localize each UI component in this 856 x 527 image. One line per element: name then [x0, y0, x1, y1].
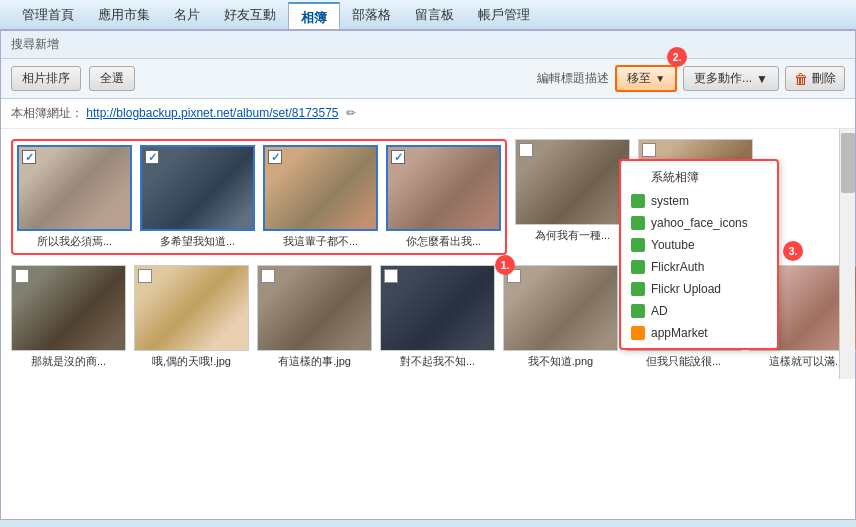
photo-label: 多希望我知道...	[160, 234, 235, 249]
nav-account[interactable]: 帳戶管理	[466, 0, 542, 29]
dropdown-item-label: AD	[651, 304, 668, 318]
folder-icon	[631, 216, 645, 230]
photo-item[interactable]: 對不起我不知...	[380, 265, 495, 369]
dropdown-item-yahoo-face[interactable]: yahoo_face_icons	[621, 212, 777, 234]
photo-thumb[interactable]	[11, 265, 126, 351]
sort-button[interactable]: 相片排序	[11, 66, 81, 91]
scrollbar[interactable]	[839, 129, 855, 379]
annotation-1: 1.	[495, 255, 515, 275]
folder-icon	[631, 282, 645, 296]
more-actions-button[interactable]: 更多動作... ▼	[683, 66, 779, 91]
photo-thumb[interactable]	[386, 145, 501, 231]
photo-label: 但我只能說很...	[646, 354, 721, 369]
moveto-button[interactable]: 移至 ▼	[615, 65, 677, 92]
nav-card[interactable]: 名片	[162, 0, 212, 29]
photo-item[interactable]: 我這輩子都不...	[263, 145, 378, 249]
breadcrumb: 搜尋新增	[1, 31, 855, 59]
photo-thumb[interactable]	[503, 265, 618, 351]
dropdown-item-label: Flickr Upload	[651, 282, 721, 296]
nav-friends[interactable]: 好友互動	[212, 0, 288, 29]
dropdown-menu: 3. 系統相簿 system yahoo_face_icons	[619, 159, 779, 350]
folder-icon	[631, 260, 645, 274]
nav-market[interactable]: 應用市集	[86, 0, 162, 29]
checkbox[interactable]	[519, 143, 533, 157]
top-nav: 管理首頁 應用市集 名片 好友互動 相簿 部落格 留言板 帳戶管理	[0, 0, 856, 30]
main-content: 1. 所以我必須焉...	[1, 129, 855, 379]
dropdown-item-appmarket[interactable]: appMarket	[621, 322, 777, 344]
photo-item[interactable]: 你怎麼看出我...	[386, 145, 501, 249]
checkbox[interactable]	[268, 150, 282, 164]
folder-icon	[631, 304, 645, 318]
dropdown-item-system[interactable]: system	[621, 190, 777, 212]
toolbar-right: 編輯標題描述 移至 ▼ 2. 更多動作... ▼ 🗑 刪除	[537, 65, 845, 92]
moveto-label: 移至	[627, 70, 651, 87]
dropdown-item-youtube[interactable]: Youtube	[621, 234, 777, 256]
nav-blog[interactable]: 部落格	[340, 0, 403, 29]
dropdown-item-label: appMarket	[651, 326, 708, 340]
photo-label: 我不知道.png	[528, 354, 593, 369]
dropdown-item-flickr-upload[interactable]: Flickr Upload	[621, 278, 777, 300]
delete-label: 刪除	[812, 70, 836, 87]
checkbox[interactable]	[138, 269, 152, 283]
app-container: 管理首頁 應用市集 名片 好友互動 相簿 部落格 留言板 帳戶管理 搜尋新增 相…	[0, 0, 856, 520]
dropdown-item-flickrauth[interactable]: FlickrAuth	[621, 256, 777, 278]
dropdown-item-xitong-album[interactable]: 系統相簿	[621, 165, 777, 190]
dropdown-items: 系統相簿 system yahoo_face_icons Youtub	[621, 161, 777, 348]
photo-thumb[interactable]	[257, 265, 372, 351]
photo-item[interactable]: 我不知道.png	[503, 265, 618, 369]
checkbox[interactable]	[145, 150, 159, 164]
breadcrumb-text: 搜尋新增	[11, 36, 59, 53]
album-url-prefix: 本相簿網址：	[11, 106, 83, 120]
dropdown-item-label: Youtube	[651, 238, 695, 252]
edit-url-icon[interactable]: ✏	[346, 106, 356, 120]
delete-button[interactable]: 🗑 刪除	[785, 66, 845, 91]
nav-album[interactable]: 相簿	[288, 2, 340, 29]
photo-item[interactable]: 多希望我知道...	[140, 145, 255, 249]
annotation-3: 3.	[783, 241, 803, 261]
photo-item[interactable]: 為何我有一種...	[515, 139, 630, 255]
photo-item[interactable]: 哦,偶的天哦!.jpg	[134, 265, 249, 369]
dropdown-item-label: system	[651, 194, 689, 208]
album-url-bar: 本相簿網址： http://blogbackup.pixnet.net/albu…	[1, 99, 855, 129]
checkbox[interactable]	[642, 143, 656, 157]
delete-icon: 🗑	[794, 71, 808, 87]
photo-thumb[interactable]	[263, 145, 378, 231]
photo-item[interactable]: 那就是沒的商...	[11, 265, 126, 369]
page-wrap: 搜尋新增 相片排序 全選 編輯標題描述 移至 ▼ 2. 更多動作... ▼	[0, 30, 856, 520]
photo-label: 這樣就可以滿...	[769, 354, 844, 369]
select-all-button[interactable]: 全選	[89, 66, 135, 91]
photo-label: 有這樣的事.jpg	[278, 354, 351, 369]
dropdown-item-label: FlickrAuth	[651, 260, 704, 274]
checkbox[interactable]	[391, 150, 405, 164]
photo-thumb[interactable]	[515, 139, 630, 225]
dropdown-item-ad[interactable]: AD	[621, 300, 777, 322]
photo-label: 為何我有一種...	[535, 228, 610, 243]
photo-label: 所以我必須焉...	[37, 234, 112, 249]
photo-thumb[interactable]	[140, 145, 255, 231]
edit-desc-label: 編輯標題描述	[537, 70, 609, 87]
checkbox[interactable]	[261, 269, 275, 283]
annotation-2: 2.	[667, 47, 687, 67]
photo-item[interactable]: 所以我必須焉...	[17, 145, 132, 249]
scrollbar-thumb[interactable]	[841, 133, 855, 193]
photo-thumb[interactable]	[380, 265, 495, 351]
folder-icon	[631, 194, 645, 208]
checkbox[interactable]	[22, 150, 36, 164]
checkbox[interactable]	[15, 269, 29, 283]
photo-thumb[interactable]	[134, 265, 249, 351]
photo-label: 我這輩子都不...	[283, 234, 358, 249]
toolbar: 相片排序 全選 編輯標題描述 移至 ▼ 2. 更多動作... ▼ 🗑	[1, 59, 855, 99]
nav-home[interactable]: 管理首頁	[10, 0, 86, 29]
dropdown-item-label: 系統相簿	[651, 169, 699, 186]
folder-icon	[631, 326, 645, 340]
photo-label: 你怎麼看出我...	[406, 234, 481, 249]
dropdown-item-label: yahoo_face_icons	[651, 216, 748, 230]
photo-label: 對不起我不知...	[400, 354, 475, 369]
photo-item[interactable]: 有這樣的事.jpg	[257, 265, 372, 369]
album-url-link[interactable]: http://blogbackup.pixnet.net/album/set/8…	[86, 106, 338, 120]
checkbox[interactable]	[384, 269, 398, 283]
nav-board[interactable]: 留言板	[403, 0, 466, 29]
selected-group: 1. 所以我必須焉...	[11, 139, 507, 255]
photo-thumb[interactable]	[17, 145, 132, 231]
folder-icon	[631, 238, 645, 252]
